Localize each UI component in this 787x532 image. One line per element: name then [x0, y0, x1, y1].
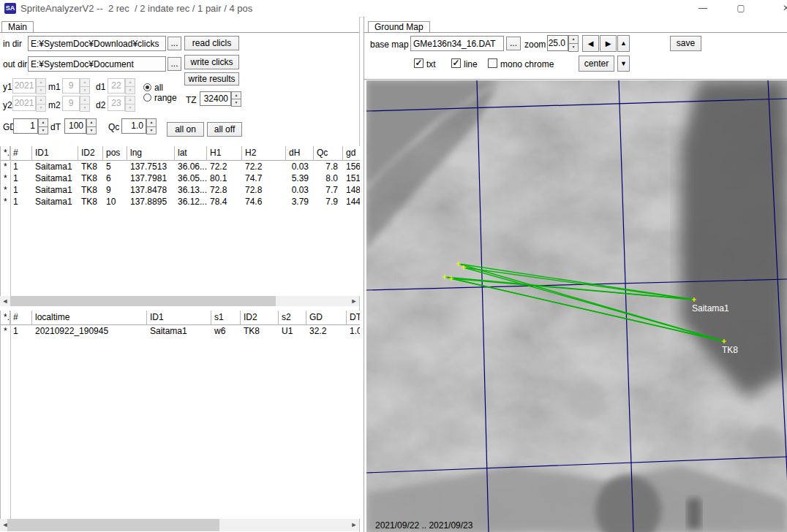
y1-spinner[interactable]: 2021 [12, 78, 36, 94]
y1-updown[interactable]: ▲▼ [36, 78, 46, 94]
column-header[interactable]: dH [286, 146, 314, 160]
column-header[interactable]: Qc [314, 146, 343, 160]
gd-spinner[interactable]: 1 [13, 118, 38, 134]
column-header[interactable]: localtime [32, 311, 147, 324]
table-cell: 74.7 [242, 172, 286, 184]
qc-spinner[interactable]: 1.0 [121, 118, 146, 134]
scroll-right-icon[interactable]: ► [349, 519, 359, 531]
pan-up-button[interactable]: ▲ [617, 35, 630, 52]
column-header[interactable]: *. [1, 146, 10, 160]
all-off-button[interactable]: all off [207, 122, 242, 137]
range-radio-label: range [154, 93, 177, 103]
table-row[interactable]: *1Saitama1TK86137.798136.05...80.174.75.… [1, 172, 360, 184]
column-header[interactable]: H1 [207, 146, 242, 160]
in-dir-input[interactable] [28, 36, 166, 51]
table-cell: 1 [10, 172, 32, 184]
column-header[interactable]: s2 [279, 311, 306, 324]
all-on-button[interactable]: all on [167, 122, 204, 137]
mono-chrome-checkbox[interactable] [488, 58, 497, 68]
close-button[interactable]: ✕ [768, 0, 787, 17]
zoom-updown[interactable]: ▲▼ [568, 35, 579, 51]
d2-updown[interactable]: ▲▼ [125, 96, 135, 111]
column-header[interactable]: *. [1, 311, 10, 324]
column-header[interactable]: ID1 [147, 311, 211, 324]
table-cell: Saitama1 [32, 196, 78, 208]
table-row[interactable]: *1Saitama1TK810137.889536.12...78.474.63… [1, 196, 360, 208]
tab-main[interactable]: Main [1, 21, 34, 32]
tab-ground-map[interactable]: Ground Map [368, 21, 430, 32]
pairs-table-hscrollbar[interactable]: ◄ ► [0, 519, 359, 531]
column-header[interactable]: lng [127, 146, 175, 160]
y2-spinner[interactable]: 2021 [12, 96, 36, 111]
out-dir-input[interactable] [28, 56, 166, 72]
in-dir-browse-button[interactable]: ... [167, 37, 181, 50]
table-cell: 7.8 [314, 161, 343, 172]
tz-spinner[interactable]: 32400 [200, 91, 231, 106]
table-cell: 6 [103, 172, 127, 184]
table-row[interactable]: *1Saitama1TK89137.847836.13...72.872.80.… [1, 184, 360, 196]
m1-spinner[interactable]: 9 [62, 78, 80, 94]
column-header[interactable]: H2 [242, 146, 286, 160]
table-cell: 36.05... [175, 172, 207, 184]
line-checkbox[interactable]: ✓ [451, 58, 461, 68]
zoom-spinner[interactable]: 25.0 [547, 35, 568, 51]
center-button[interactable]: center [579, 56, 614, 72]
table-row[interactable]: *120210922_190945Saitama1w6TK8U132.21.0 [1, 325, 360, 337]
m2-label: m2 [48, 100, 61, 110]
scrollbar-thumb[interactable] [7, 519, 219, 531]
column-header[interactable]: # [10, 311, 32, 324]
m2-spinner[interactable]: 9 [62, 96, 80, 111]
all-radio[interactable] [143, 83, 151, 91]
pan-left-button[interactable]: ◀ [582, 35, 599, 52]
table-cell: TK8 [78, 161, 103, 172]
maximize-button[interactable]: ▢ [727, 0, 755, 17]
column-header[interactable]: s1 [211, 311, 241, 324]
column-header[interactable]: # [10, 146, 32, 160]
qc-updown[interactable]: ▲▼ [146, 118, 157, 134]
window-title: SpriteAnalyzerV2 -- 2 rec / 2 indate rec… [20, 3, 252, 14]
pairs-table[interactable]: *.#localtimeID1s1ID2s2GDDT*120210922_190… [0, 311, 360, 519]
txt-checkbox[interactable]: ✓ [414, 58, 423, 68]
scroll-right-icon[interactable]: ► [349, 296, 359, 306]
read-clicks-button[interactable]: read clicls [184, 36, 239, 50]
save-button[interactable]: save [670, 36, 701, 51]
left-tabstrip: Main [0, 21, 359, 33]
pan-right-button[interactable]: ▶ [600, 35, 617, 52]
table-row[interactable]: *1Saitama1TK85137.751336.06...72.272.20.… [1, 161, 360, 172]
clicks-table-hscrollbar[interactable]: ◄ ► [0, 296, 359, 306]
clicks-table[interactable]: *.#ID1ID2poslnglatH1H2dHQcgd*1Saitama1TK… [0, 146, 360, 296]
write-clicks-button[interactable]: write clicks [184, 55, 239, 69]
range-radio[interactable] [143, 94, 151, 102]
column-header[interactable]: ID1 [32, 146, 78, 160]
d2-spinner[interactable]: 23 [108, 96, 125, 111]
gd-updown[interactable]: ▲▼ [38, 118, 48, 134]
base-map-input[interactable] [410, 36, 504, 51]
d1-updown[interactable]: ▲▼ [125, 78, 135, 94]
base-map-browse-button[interactable]: ... [506, 37, 521, 50]
minimize-button[interactable]: — [689, 0, 717, 17]
column-header[interactable]: lat [175, 146, 207, 160]
column-header[interactable]: ID2 [241, 311, 279, 324]
y2-updown[interactable]: ▲▼ [36, 96, 46, 111]
tz-updown[interactable]: ▲▼ [231, 91, 241, 106]
m1-updown[interactable]: ▲▼ [80, 78, 90, 94]
ground-map[interactable]: Saitama1TK8 2021/09/22 .. 2021/09/23 [366, 80, 787, 532]
column-header[interactable]: ID2 [78, 146, 103, 160]
table-cell: 7.9 [314, 196, 343, 208]
column-header[interactable]: pos [103, 146, 127, 160]
scroll-left-icon[interactable]: ◄ [0, 296, 10, 306]
table-cell: 72.8 [242, 184, 286, 196]
dt-spinner[interactable]: 100 [64, 118, 86, 134]
dt-updown[interactable]: ▲▼ [86, 118, 97, 134]
column-header[interactable]: GD [306, 311, 347, 324]
scrollbar-thumb[interactable] [10, 296, 276, 306]
txt-checkbox-label: txt [426, 59, 436, 69]
table-cell: * [1, 161, 10, 172]
out-dir-browse-button[interactable]: ... [167, 57, 181, 71]
pan-down-button[interactable]: ▼ [617, 56, 630, 72]
column-header[interactable]: DT [347, 311, 360, 324]
d1-spinner[interactable]: 22 [108, 78, 125, 94]
column-header[interactable]: gd [343, 146, 360, 160]
write-results-button[interactable]: write results [184, 72, 239, 86]
m2-updown[interactable]: ▲▼ [80, 96, 90, 111]
